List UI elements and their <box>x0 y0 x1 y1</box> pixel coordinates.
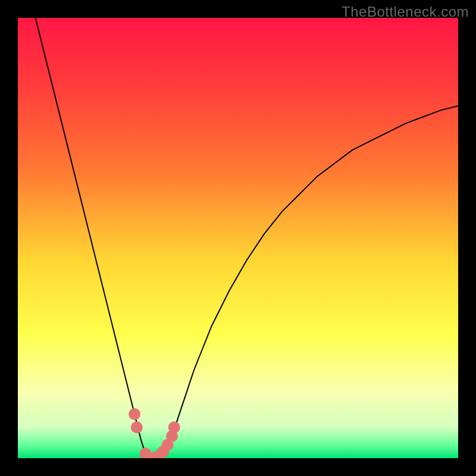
marker-point <box>168 421 180 433</box>
marker-point <box>129 408 140 420</box>
gradient-background <box>18 18 458 458</box>
chart-frame <box>18 18 458 458</box>
bottleneck-chart <box>18 18 458 458</box>
marker-point <box>131 421 143 433</box>
watermark-text: TheBottleneck.com <box>342 4 469 20</box>
